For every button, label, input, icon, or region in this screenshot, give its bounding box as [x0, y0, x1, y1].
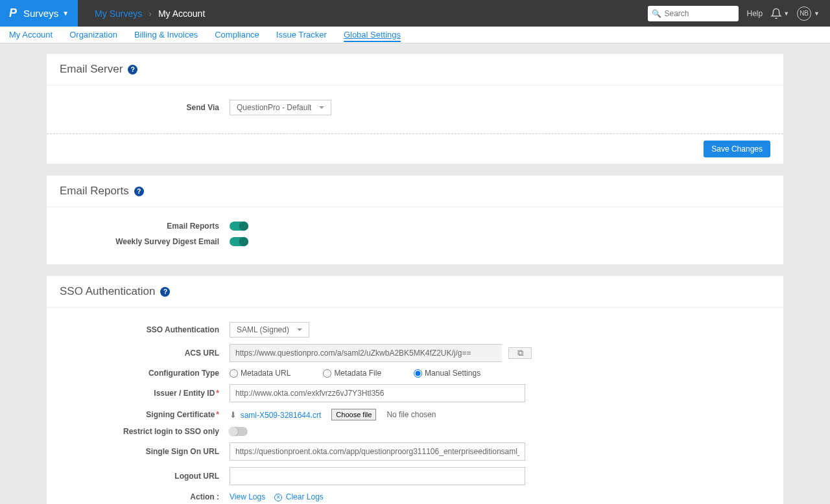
label-restrict-sso: Restrict login to SSO only	[60, 427, 230, 436]
subnav-billing[interactable]: Billing & Invoices	[134, 27, 198, 42]
panel-title: Email Reports	[60, 185, 129, 198]
row-acs-url: ACS URL ⧉	[60, 344, 770, 362]
search-icon: 🔍	[652, 9, 661, 18]
row-issuer: Issuer / Entity ID*	[60, 384, 770, 402]
subnav-global-settings[interactable]: Global Settings	[344, 27, 401, 42]
radio-metadata-url[interactable]: Metadata URL	[230, 369, 290, 378]
subnav-my-account[interactable]: My Account	[9, 27, 53, 42]
label-config-type: Configuration Type	[60, 369, 230, 378]
panel-title: Email Server	[60, 63, 123, 76]
row-signing-cert: Signing Certificate* ⬇ saml-X509-3281644…	[60, 409, 770, 420]
copy-button[interactable]: ⧉	[508, 347, 532, 359]
panel-body: Email Reports Weekly Survey Digest Email	[47, 207, 783, 264]
content: Email Server ? Send Via QuestionPro - De…	[47, 54, 783, 504]
input-logout-url[interactable]	[230, 467, 525, 485]
row-action: Action : View Logs × Clear Logs	[60, 492, 770, 501]
download-icon: ⬇	[230, 410, 237, 420]
radio-manual-settings[interactable]: Manual Settings	[414, 369, 480, 378]
copy-icon: ⧉	[517, 348, 523, 358]
panel-body: SSO Authentication SAML (Signed) ACS URL…	[47, 308, 783, 504]
radio-metadata-file[interactable]: Metadata File	[323, 369, 381, 378]
label-logout-url: Logout URL	[60, 472, 230, 481]
user-menu[interactable]: NB ▼	[797, 6, 820, 21]
clear-icon: ×	[274, 494, 282, 501]
notifications-button[interactable]: ▼	[770, 8, 789, 19]
brand-label: Surveys	[23, 8, 58, 19]
toggle-weekly-digest[interactable]	[230, 237, 248, 246]
label-weekly-digest: Weekly Survey Digest Email	[60, 237, 230, 246]
row-email-reports: Email Reports	[60, 222, 770, 231]
brand-tab[interactable]: P Surveys ▼	[0, 0, 78, 27]
label-signing-cert: Signing Certificate*	[60, 410, 230, 419]
logo-icon: P	[9, 6, 17, 20]
input-issuer[interactable]	[230, 384, 525, 402]
label-sso-url: Single Sign On URL	[60, 447, 230, 456]
search-input[interactable]	[664, 9, 735, 18]
row-send-via: Send Via QuestionPro - Default	[60, 100, 770, 115]
caret-down-icon: ▼	[62, 10, 69, 17]
panel-header: Email Server ?	[47, 54, 783, 86]
save-button[interactable]: Save Changes	[704, 141, 770, 157]
view-logs-link[interactable]: View Logs	[230, 492, 265, 501]
input-sso-url[interactable]	[230, 442, 525, 461]
select-sso-auth[interactable]: SAML (Signed)	[230, 322, 309, 338]
breadcrumb: My Surveys › My Account	[78, 8, 205, 19]
label-sso-auth: SSO Authentication	[60, 325, 230, 334]
subnav: My Account Organization Billing & Invoic…	[0, 27, 830, 43]
label-send-via: Send Via	[60, 103, 230, 112]
input-acs-url[interactable]	[230, 344, 502, 362]
topbar: P Surveys ▼ My Surveys › My Account 🔍 He…	[0, 0, 830, 27]
topbar-right: 🔍 Help ▼ NB ▼	[648, 6, 830, 21]
row-logout-url: Logout URL	[60, 467, 770, 485]
label-email-reports: Email Reports	[60, 222, 230, 231]
breadcrumb-sep-icon: ›	[148, 8, 152, 19]
select-send-via[interactable]: QuestionPro - Default	[230, 100, 331, 115]
breadcrumb-current: My Account	[158, 8, 205, 19]
file-status: No file chosen	[386, 410, 436, 419]
bell-icon	[770, 8, 782, 19]
panel-title: SSO Authentication	[60, 285, 155, 298]
row-config-type: Configuration Type Metadata URL Metadata…	[60, 369, 770, 378]
label-acs-url: ACS URL	[60, 349, 230, 358]
clear-logs-link[interactable]: × Clear Logs	[274, 492, 324, 501]
help-icon[interactable]: ?	[160, 287, 170, 297]
panel-email-reports: Email Reports ? Email Reports Weekly Sur…	[47, 176, 783, 264]
panel-header: Email Reports ?	[47, 176, 783, 207]
panel-footer: Save Changes	[47, 133, 783, 164]
subnav-issue-tracker[interactable]: Issue Tracker	[276, 27, 327, 42]
toggle-restrict-sso[interactable]	[230, 427, 248, 436]
row-weekly-digest: Weekly Survey Digest Email	[60, 237, 770, 246]
help-icon[interactable]: ?	[128, 65, 137, 74]
cert-download-link[interactable]: ⬇ saml-X509-3281644.crt	[230, 410, 321, 420]
panel-sso: SSO Authentication ? SSO Authentication …	[47, 276, 783, 504]
ctrl-send-via: QuestionPro - Default	[230, 100, 331, 115]
caret-down-icon: ▼	[783, 10, 789, 17]
help-icon[interactable]: ?	[134, 187, 144, 196]
subnav-organization[interactable]: Organization	[69, 27, 117, 42]
help-link[interactable]: Help	[746, 9, 763, 18]
panel-body: Send Via QuestionPro - Default	[47, 86, 783, 133]
subnav-compliance[interactable]: Compliance	[215, 27, 259, 42]
avatar: NB	[797, 6, 811, 21]
caret-down-icon: ▼	[814, 10, 820, 17]
label-action: Action :	[60, 492, 230, 501]
row-sso-auth: SSO Authentication SAML (Signed)	[60, 322, 770, 338]
row-restrict-sso: Restrict login to SSO only	[60, 427, 770, 436]
row-sso-url: Single Sign On URL	[60, 442, 770, 461]
panel-email-server: Email Server ? Send Via QuestionPro - De…	[47, 54, 783, 164]
panel-header: SSO Authentication ?	[47, 276, 783, 308]
choose-file-button[interactable]: Choose file	[331, 409, 376, 420]
breadcrumb-link[interactable]: My Surveys	[95, 8, 142, 19]
label-issuer: Issuer / Entity ID*	[60, 389, 230, 398]
search-box[interactable]: 🔍	[648, 6, 739, 21]
toggle-email-reports[interactable]	[230, 222, 248, 231]
